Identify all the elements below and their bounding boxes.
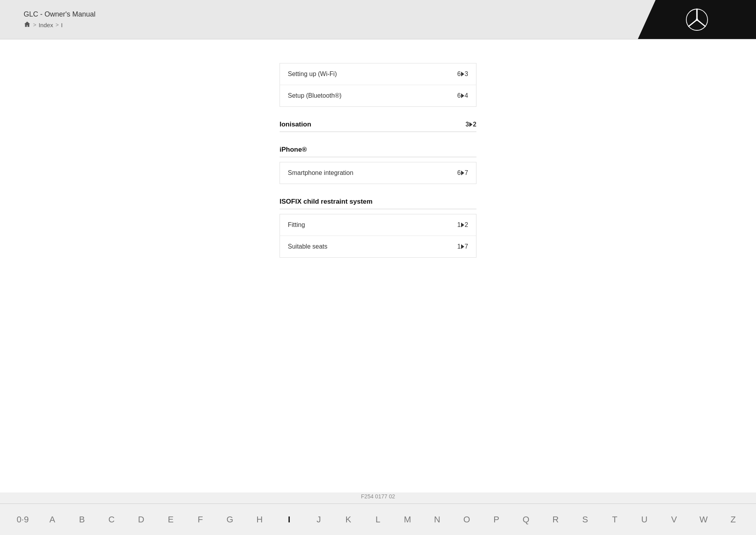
ionisation-heading[interactable]: Ionisation 32	[280, 121, 476, 128]
list-item[interactable]: Suitable seats 17	[280, 236, 476, 257]
alpha-J[interactable]: J	[311, 515, 326, 525]
alpha-A[interactable]: A	[44, 515, 60, 525]
alpha-I[interactable]: I	[281, 515, 297, 525]
alpha-L[interactable]: L	[370, 515, 386, 525]
list-item[interactable]: Setting up (Wi-Fi) 63	[280, 63, 476, 85]
header-left: GLC - Owner's Manual > Index > I	[24, 10, 96, 29]
alpha-F[interactable]: F	[193, 515, 208, 525]
alpha-R[interactable]: R	[548, 515, 563, 525]
arrow-icon	[461, 244, 464, 249]
arrow-icon	[461, 72, 464, 76]
home-icon[interactable]	[24, 21, 31, 29]
manual-title: GLC - Owner's Manual	[24, 10, 96, 19]
list-item[interactable]: Fitting 12	[280, 214, 476, 236]
setting-up-wifi-page: 63	[457, 71, 468, 78]
alpha-U[interactable]: U	[637, 515, 652, 525]
alpha-Q[interactable]: Q	[518, 515, 534, 525]
ionisation-page: 32	[465, 121, 476, 128]
alpha-Z[interactable]: Z	[725, 515, 741, 525]
internet-section-box: Setting up (Wi-Fi) 63 Setup (Bluetooth®)…	[280, 63, 476, 107]
breadcrumb-sep-2: >	[56, 22, 59, 28]
alpha-C[interactable]: C	[104, 515, 119, 525]
alpha-P[interactable]: P	[489, 515, 504, 525]
header: GLC - Owner's Manual > Index > I	[0, 0, 756, 39]
breadcrumb-index[interactable]: Index	[39, 22, 53, 28]
isofix-heading: ISOFIX child restraint system	[280, 198, 476, 206]
alpha-M[interactable]: M	[400, 515, 415, 525]
breadcrumb-current: I	[61, 22, 63, 28]
arrow-icon	[461, 93, 464, 98]
suitable-seats-page: 17	[457, 243, 468, 250]
alpha-S[interactable]: S	[577, 515, 593, 525]
isofix-divider	[280, 209, 476, 209]
list-item[interactable]: Setup (Bluetooth®) 64	[280, 85, 476, 106]
alpha-T[interactable]: T	[607, 515, 623, 525]
smartphone-integration-page: 67	[457, 169, 468, 176]
setup-bluetooth-page: 64	[457, 92, 468, 99]
arrow-icon	[469, 122, 472, 127]
setup-bluetooth-label: Setup (Bluetooth®)	[288, 92, 341, 99]
alpha-B[interactable]: B	[74, 515, 90, 525]
alpha-N[interactable]: N	[429, 515, 445, 525]
ionisation-label: Ionisation	[280, 121, 311, 128]
fitting-page: 12	[457, 221, 468, 228]
alpha-W[interactable]: W	[696, 515, 712, 525]
content-wrapper: Setting up (Wi-Fi) 63 Setup (Bluetooth®)…	[280, 63, 476, 258]
main-content: Setting up (Wi-Fi) 63 Setup (Bluetooth®)…	[0, 39, 756, 492]
alpha-V[interactable]: V	[666, 515, 682, 525]
ionisation-divider	[280, 132, 476, 132]
isofix-section-box: Fitting 12 Suitable seats 17	[280, 214, 476, 258]
breadcrumb-sep-1: >	[33, 22, 36, 28]
arrow-icon	[461, 171, 464, 175]
alpha-H[interactable]: H	[252, 515, 267, 525]
iphone-heading: iPhone®	[280, 146, 476, 154]
alpha-D[interactable]: D	[133, 515, 149, 525]
alpha-G[interactable]: G	[222, 515, 238, 525]
fitting-label: Fitting	[288, 221, 305, 228]
iphone-section-box: Smartphone integration 67	[280, 162, 476, 184]
alpha-K[interactable]: K	[341, 515, 356, 525]
footer-code: F254 0177 02	[361, 493, 395, 500]
breadcrumb: > Index > I	[24, 21, 96, 29]
alphabet-bar: 0·9 A B C D E F G H I J K L M N O P Q R …	[0, 503, 756, 535]
suitable-seats-label: Suitable seats	[288, 243, 328, 250]
alpha-O[interactable]: O	[459, 515, 474, 525]
iphone-divider	[280, 157, 476, 157]
alpha-09[interactable]: 0·9	[15, 515, 31, 525]
alpha-E[interactable]: E	[163, 515, 179, 525]
list-item[interactable]: Smartphone integration 67	[280, 162, 476, 184]
smartphone-integration-label: Smartphone integration	[288, 169, 353, 176]
svg-point-1	[696, 19, 698, 21]
mercedes-logo	[638, 0, 756, 39]
setting-up-wifi-label: Setting up (Wi-Fi)	[288, 71, 337, 78]
arrow-icon	[461, 223, 464, 227]
